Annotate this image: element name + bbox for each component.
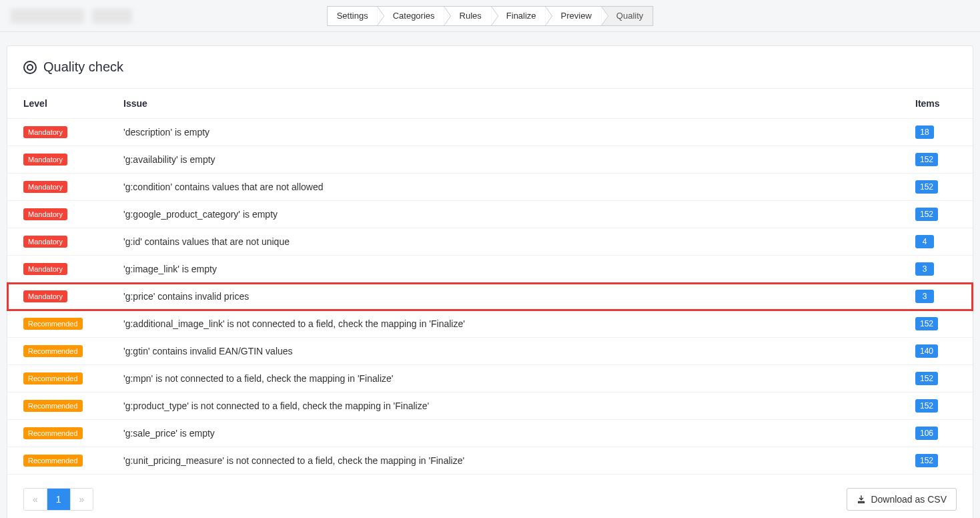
cell-issue: 'g:mpn' is not connected to a field, che… (107, 365, 899, 393)
cell-items: 3 (899, 283, 973, 310)
cell-issue: 'g:sale_price' is empty (107, 420, 899, 447)
level-badge: Mandatory (23, 208, 67, 220)
pagination: « 1 » (23, 488, 93, 511)
table-row[interactable]: Mandatory'g:condition' contains values t… (7, 174, 973, 201)
column-header-items: Items (899, 89, 973, 119)
quality-table: Level Issue Items Mandatory'description'… (7, 89, 973, 475)
cell-level: Recommended (7, 365, 107, 393)
panel-footer: « 1 » Download as CSV (7, 475, 973, 518)
topbar: SettingsCategoriesRulesFinalizePreviewQu… (0, 0, 980, 32)
level-badge: Recommended (23, 345, 83, 357)
cell-issue: 'g:google_product_category' is empty (107, 201, 899, 228)
items-count-badge: 152 (915, 208, 938, 221)
table-row[interactable]: Mandatory'g:google_product_category' is … (7, 201, 973, 228)
quality-panel: Quality check Level Issue Items Mandator… (7, 45, 973, 518)
wizard-step-preview[interactable]: Preview (546, 6, 601, 26)
cell-issue: 'description' is empty (107, 119, 899, 146)
cell-level: Mandatory (7, 174, 107, 201)
wizard-step-settings[interactable]: Settings (327, 6, 378, 26)
level-badge: Recommended (23, 372, 83, 384)
wizard-step-quality[interactable]: Quality (601, 6, 653, 26)
cell-items: 152 (899, 365, 973, 393)
wizard-nav: SettingsCategoriesRulesFinalizePreviewQu… (327, 6, 654, 26)
cell-level: Recommended (7, 338, 107, 365)
page: Quality check Level Issue Items Mandator… (0, 32, 980, 518)
panel-title: Quality check (43, 59, 123, 75)
cell-items: 152 (899, 201, 973, 228)
panel-header: Quality check (7, 46, 973, 89)
table-header-row: Level Issue Items (7, 89, 973, 119)
level-badge: Recommended (23, 427, 83, 439)
table-row[interactable]: Recommended'g:gtin' contains invalid EAN… (7, 338, 973, 365)
cell-items: 4 (899, 228, 973, 256)
level-badge: Mandatory (23, 263, 67, 275)
items-count-badge: 152 (915, 180, 938, 194)
table-row[interactable]: Mandatory'g:price' contains invalid pric… (7, 283, 973, 310)
cell-level: Mandatory (7, 201, 107, 228)
column-header-level: Level (7, 89, 107, 119)
column-header-issue: Issue (107, 89, 899, 119)
download-csv-button[interactable]: Download as CSV (847, 488, 957, 511)
items-count-badge: 152 (915, 372, 938, 385)
cell-level: Mandatory (7, 146, 107, 174)
items-count-badge: 152 (915, 317, 938, 330)
lifering-icon (23, 61, 37, 74)
cell-issue: 'g:condition' contains values that are n… (107, 174, 899, 201)
cell-level: Recommended (7, 447, 107, 475)
items-count-badge: 140 (915, 344, 938, 358)
items-count-badge: 3 (915, 290, 934, 303)
cell-items: 152 (899, 174, 973, 201)
cell-items: 152 (899, 310, 973, 338)
cell-issue: 'g:unit_pricing_measure' is not connecte… (107, 447, 899, 475)
level-badge: Mandatory (23, 181, 67, 193)
items-count-badge: 106 (915, 427, 938, 440)
download-csv-label: Download as CSV (871, 494, 947, 505)
table-row[interactable]: Mandatory'description' is empty18 (7, 119, 973, 146)
cell-items: 140 (899, 338, 973, 365)
cell-level: Mandatory (7, 228, 107, 256)
cell-issue: 'g:id' contains values that are not uniq… (107, 228, 899, 256)
level-badge: Recommended (23, 400, 83, 412)
items-count-badge: 152 (915, 399, 938, 413)
table-row[interactable]: Recommended'g:additional_image_link' is … (7, 310, 973, 338)
level-badge: Mandatory (23, 290, 67, 302)
wizard-step-categories[interactable]: Categories (378, 6, 444, 26)
level-badge: Mandatory (23, 236, 67, 248)
level-badge: Recommended (23, 455, 83, 467)
items-count-badge: 152 (915, 153, 938, 166)
table-row[interactable]: Recommended'g:mpn' is not connected to a… (7, 365, 973, 393)
cell-issue: 'g:price' contains invalid prices (107, 283, 899, 310)
items-count-badge: 18 (915, 125, 934, 139)
table-row[interactable]: Recommended'g:sale_price' is empty106 (7, 420, 973, 447)
cell-items: 106 (899, 420, 973, 447)
cell-level: Mandatory (7, 283, 107, 310)
topbar-left (11, 9, 132, 23)
cell-issue: 'g:product_type' is not connected to a f… (107, 393, 899, 420)
items-count-badge: 4 (915, 235, 934, 248)
download-icon (857, 495, 866, 504)
table-row[interactable]: Mandatory'g:availability' is empty152 (7, 146, 973, 174)
level-badge: Mandatory (23, 154, 67, 166)
redacted-area (11, 9, 84, 23)
cell-items: 152 (899, 393, 973, 420)
table-row[interactable]: Mandatory'g:image_link' is empty3 (7, 256, 973, 283)
cell-items: 18 (899, 119, 973, 146)
table-row[interactable]: Mandatory'g:id' contains values that are… (7, 228, 973, 256)
pagination-next[interactable]: » (71, 489, 93, 510)
redacted-area (92, 9, 132, 23)
cell-level: Mandatory (7, 119, 107, 146)
cell-issue: 'g:image_link' is empty (107, 256, 899, 283)
cell-level: Recommended (7, 420, 107, 447)
cell-issue: 'g:availability' is empty (107, 146, 899, 174)
items-count-badge: 152 (915, 454, 938, 467)
table-row[interactable]: Recommended'g:unit_pricing_measure' is n… (7, 447, 973, 475)
wizard-step-finalize[interactable]: Finalize (491, 6, 546, 26)
cell-issue: 'g:gtin' contains invalid EAN/GTIN value… (107, 338, 899, 365)
level-badge: Recommended (23, 318, 83, 330)
level-badge: Mandatory (23, 126, 67, 138)
pagination-prev[interactable]: « (24, 489, 47, 510)
pagination-page-1[interactable]: 1 (47, 489, 71, 510)
cell-items: 152 (899, 447, 973, 475)
cell-items: 3 (899, 256, 973, 283)
table-row[interactable]: Recommended'g:product_type' is not conne… (7, 393, 973, 420)
